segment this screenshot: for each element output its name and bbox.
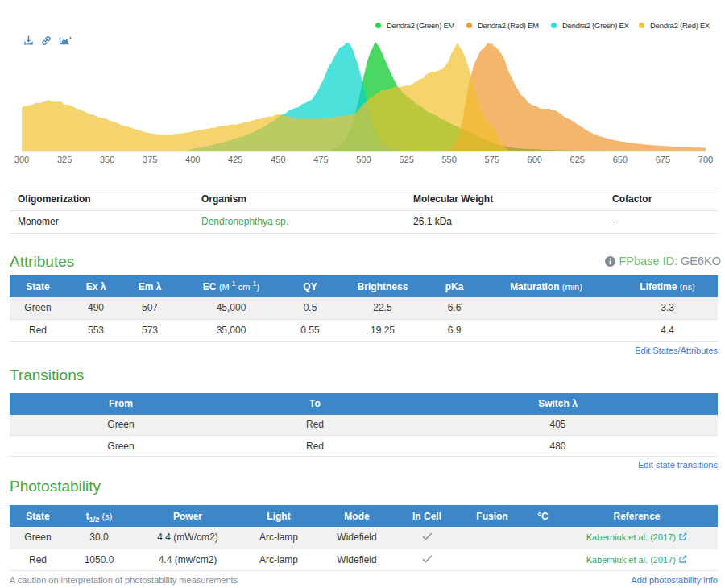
svg-text:625: 625 bbox=[570, 155, 585, 164]
svg-text:300: 300 bbox=[14, 155, 29, 164]
svg-text:575: 575 bbox=[485, 155, 499, 164]
svg-text:450: 450 bbox=[271, 155, 285, 164]
svg-text:550: 550 bbox=[441, 155, 456, 164]
svg-text:375: 375 bbox=[143, 155, 157, 164]
svg-text:650: 650 bbox=[613, 155, 628, 164]
svg-text:700: 700 bbox=[698, 155, 713, 164]
svg-text:525: 525 bbox=[399, 155, 413, 164]
svg-text:425: 425 bbox=[228, 155, 242, 164]
svg-text:475: 475 bbox=[313, 155, 328, 164]
svg-text:675: 675 bbox=[656, 155, 670, 164]
svg-text:325: 325 bbox=[57, 155, 72, 164]
svg-text:400: 400 bbox=[185, 155, 200, 164]
svg-text:350: 350 bbox=[100, 155, 114, 164]
svg-text:500: 500 bbox=[356, 155, 371, 164]
svg-text:600: 600 bbox=[528, 155, 542, 164]
